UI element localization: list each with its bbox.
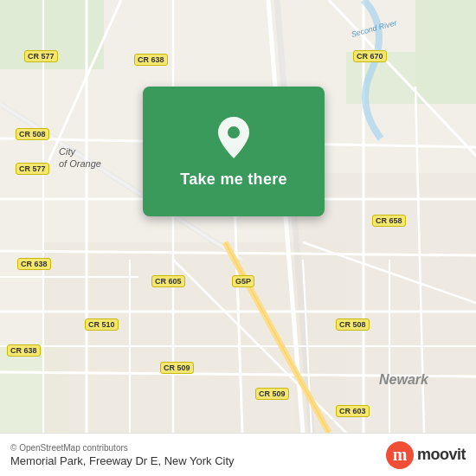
road-label-cr638-bot: CR 638 [17, 258, 51, 270]
copyright-text: © OpenStreetMap contributors [10, 443, 235, 453]
road-label-cr670: CR 670 [353, 50, 387, 62]
road-label-cr638-mid: CR 638 [134, 54, 168, 66]
bottom-bar: © OpenStreetMap contributors Memorial Pa… [0, 433, 476, 476]
newark-label: Newark [379, 372, 428, 388]
location-card: Take me there [143, 87, 325, 216]
road-label-cr508-bot: CR 508 [336, 318, 370, 331]
location-name-text: Memorial Park, Freeway Dr E, New York Ci… [10, 454, 235, 467]
svg-rect-2 [415, 0, 476, 104]
road-label-cr509-right: CR 509 [255, 388, 289, 400]
road-label-cr508-left: CR 508 [16, 128, 49, 140]
road-label-cr577-top: CR 577 [24, 50, 58, 62]
moovit-m-icon: m [386, 441, 414, 469]
location-pin-icon [215, 115, 253, 160]
bottom-left-info: © OpenStreetMap contributors Memorial Pa… [10, 443, 235, 467]
road-label-cr577-mid: CR 577 [16, 163, 49, 175]
take-me-there-button[interactable]: Take me there [180, 170, 287, 189]
city-of-orange-label: Cityof Orange [59, 145, 101, 170]
moovit-logo: m moovit [386, 441, 466, 469]
road-label-cr603: CR 603 [336, 405, 370, 417]
road-label-g5p: G5P [232, 275, 254, 287]
svg-point-34 [228, 126, 240, 138]
road-label-cr509-left: CR 509 [160, 362, 194, 374]
road-label-cr605: CR 605 [151, 275, 185, 287]
map-container: CR 577 CR 508 CR 638 CR 670 CR 577 CR 65… [0, 0, 476, 433]
road-label-cr638-btm: CR 638 [7, 344, 41, 357]
road-label-cr510: CR 510 [85, 318, 119, 331]
road-label-cr658: CR 658 [372, 215, 406, 227]
moovit-brand-text: moovit [417, 446, 466, 464]
